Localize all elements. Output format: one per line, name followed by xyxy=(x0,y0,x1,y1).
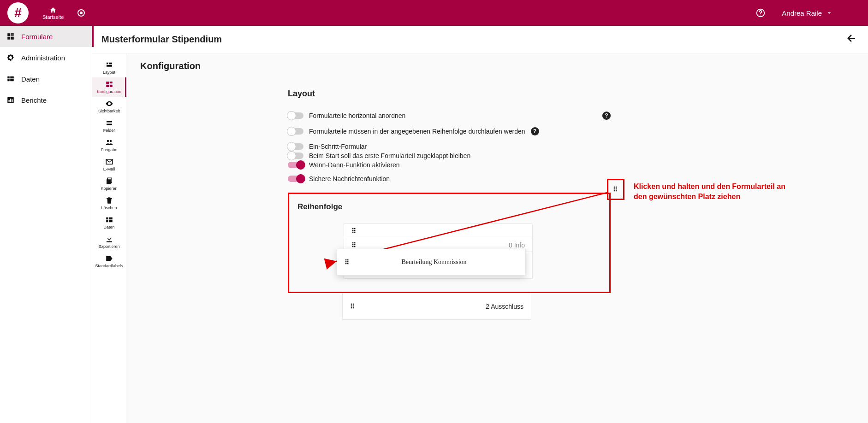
user-menu[interactable]: Andrea Raile xyxy=(778,7,837,19)
tool-standardlabels[interactable]: Standardlabels xyxy=(92,252,126,271)
toggle-reihenfolge[interactable] xyxy=(288,128,303,135)
download-icon xyxy=(105,235,113,243)
tool-exportieren[interactable]: Exportieren xyxy=(92,232,126,252)
drag-handle-icon[interactable]: ⠿ xyxy=(351,244,357,247)
sidebar-label: Berichte xyxy=(21,96,47,104)
toggle-label: Formularteile horizontal anordnen xyxy=(309,112,405,119)
tool-label: Daten xyxy=(103,225,114,229)
toggle-row-zugeklappt: Beim Start soll das erste Formularteil z… xyxy=(288,152,611,159)
tool-label: Exportieren xyxy=(98,244,119,249)
sidebar-label: Formulare xyxy=(21,33,53,41)
nav-home[interactable]: Startseite xyxy=(40,5,66,22)
toggle-zugeklappt[interactable] xyxy=(288,153,303,159)
reihenfolge-section: Reihenfolge ⠿ ⠿ 0 Info ⠿ 1 Pers xyxy=(288,193,611,293)
order-item[interactable]: ⠿ xyxy=(344,224,532,238)
svg-rect-32 xyxy=(109,220,113,223)
svg-rect-30 xyxy=(109,217,113,220)
order-item[interactable]: ⠿ 2 Ausschluss xyxy=(342,293,531,320)
tool-label: Freigabe xyxy=(101,147,118,152)
app-logo: # xyxy=(7,2,29,24)
help-icon[interactable]: ? xyxy=(602,112,611,120)
top-bar: # Startseite Andrea Raile xyxy=(0,0,868,26)
order-item-label: Beurteilung Kommission xyxy=(350,258,518,266)
sidebar-item-berichte[interactable]: Berichte xyxy=(0,89,92,111)
toggle-row-einschritt: Ein-Schritt-Formular xyxy=(288,143,611,150)
drag-handle-icon: ⠿ xyxy=(613,188,618,191)
svg-rect-10 xyxy=(10,79,14,82)
drag-handle-icon[interactable]: ⠿ xyxy=(351,229,357,232)
tool-felder[interactable]: Felder xyxy=(92,116,126,135)
svg-rect-3 xyxy=(11,33,14,35)
callout-line2: den gewünschten Platz ziehen xyxy=(634,193,740,200)
svg-rect-20 xyxy=(109,84,112,85)
tool-daten[interactable]: Daten xyxy=(92,213,126,232)
primary-sidebar: Formulare Administration Daten Berichte xyxy=(0,26,92,423)
home-icon xyxy=(49,6,57,14)
toggle-einschritt[interactable] xyxy=(288,143,303,150)
tool-freigabe[interactable]: Freigabe xyxy=(92,135,126,155)
breadcrumb-step-dot[interactable] xyxy=(77,9,85,17)
tool-sichtbarkeit[interactable]: Sichtbarkeit xyxy=(92,97,126,116)
svg-rect-15 xyxy=(107,63,108,65)
svg-rect-29 xyxy=(106,217,108,220)
svg-rect-6 xyxy=(11,37,14,40)
toggle-wenndann[interactable] xyxy=(288,162,303,168)
fields-icon xyxy=(105,119,113,127)
sidebar-item-daten[interactable]: Daten xyxy=(0,68,92,89)
chart-icon xyxy=(6,96,15,104)
svg-point-1 xyxy=(760,15,761,16)
drag-handle-icon[interactable]: ⠿ xyxy=(350,305,356,308)
tool-label: Standardlabels xyxy=(95,264,123,268)
svg-rect-5 xyxy=(7,37,10,40)
svg-rect-16 xyxy=(109,63,112,65)
apps-button[interactable] xyxy=(848,6,861,19)
svg-rect-23 xyxy=(107,121,112,123)
svg-rect-22 xyxy=(109,85,112,88)
section-title: Konfiguration xyxy=(140,61,850,71)
sidebar-item-administration[interactable]: Administration xyxy=(0,47,92,68)
forms-icon xyxy=(6,32,15,41)
svg-rect-9 xyxy=(7,79,10,82)
svg-rect-8 xyxy=(10,76,14,79)
tag-icon xyxy=(105,254,113,263)
toggle-row-reihenfolge: Formularteile müssen in der angegebenen … xyxy=(288,127,611,135)
content-pane: Konfiguration Layout Formularteile horiz… xyxy=(126,53,868,423)
tool-konfiguration[interactable]: Konfiguration xyxy=(92,77,126,97)
svg-rect-28 xyxy=(107,179,111,184)
help-circle-icon xyxy=(755,8,766,18)
share-icon xyxy=(105,138,113,147)
svg-rect-12 xyxy=(9,100,10,102)
layout-heading: Layout xyxy=(288,89,611,99)
sidebar-item-formulare[interactable]: Formulare xyxy=(0,26,92,47)
data-icon xyxy=(6,75,15,83)
data2-icon xyxy=(105,216,113,224)
mail-icon xyxy=(105,158,113,166)
svg-rect-21 xyxy=(106,85,109,88)
tool-rail: Layout Konfiguration Sichtbarkeit Felder… xyxy=(92,53,126,423)
tool-loeschen[interactable]: Löschen xyxy=(92,194,126,213)
toggle-label: Wenn-Dann-Funktion aktivieren xyxy=(309,161,400,169)
svg-rect-4 xyxy=(11,35,14,36)
svg-rect-14 xyxy=(12,100,12,102)
trash-icon xyxy=(105,196,113,205)
back-button[interactable] xyxy=(846,33,857,47)
toggle-horizontal[interactable] xyxy=(288,112,303,119)
svg-rect-19 xyxy=(109,82,112,83)
tool-layout[interactable]: Layout xyxy=(92,58,126,77)
tool-label: Löschen xyxy=(101,206,117,210)
toggle-row-wenndann: Wenn-Dann-Funktion aktivieren xyxy=(288,161,611,169)
svg-rect-2 xyxy=(7,33,10,36)
toggle-row-nachrichten: Sichere Nachrichtenfunktion xyxy=(288,175,611,182)
svg-rect-18 xyxy=(106,82,109,84)
help-icon[interactable]: ? xyxy=(531,127,539,135)
order-item-dragging[interactable]: ⠿ Beurteilung Kommission xyxy=(337,249,526,276)
toggle-nachrichten[interactable] xyxy=(288,176,303,182)
help-button[interactable] xyxy=(754,6,767,19)
tool-email[interactable]: E-Mail xyxy=(92,155,126,174)
tool-kopieren[interactable]: Kopieren xyxy=(92,174,126,194)
callout-line1: Klicken und halten und den Formularteil … xyxy=(634,182,785,190)
order-item-label: 2 Ausschluss xyxy=(486,303,523,310)
drag-handle-icon[interactable]: ⠿ xyxy=(345,261,350,264)
user-name: Andrea Raile xyxy=(782,9,822,17)
arrow-left-icon xyxy=(846,33,857,44)
